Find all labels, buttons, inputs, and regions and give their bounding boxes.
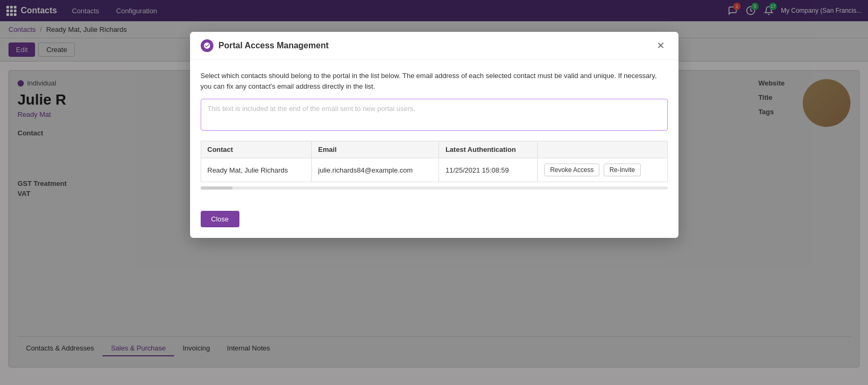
modal-overlay: Portal Access Management ✕ Select which … <box>0 0 868 385</box>
modal-body: Select which contacts should belong to t… <box>190 60 678 204</box>
modal-footer: Close <box>190 204 678 238</box>
col-header-actions <box>538 141 667 158</box>
portal-icon <box>201 39 213 52</box>
table-cell-email: julie.richards84@example.com <box>312 158 439 182</box>
modal-description: Select which contacts should belong to t… <box>201 71 668 91</box>
revoke-access-button[interactable]: Revoke Access <box>544 164 599 176</box>
scrollbar-track <box>201 186 668 190</box>
contacts-table: Contact Email Latest Authentication Read… <box>201 141 668 182</box>
table-cell-contact: Ready Mat, Julie Richards <box>201 158 312 182</box>
close-modal-button[interactable]: Close <box>201 211 239 227</box>
re-invite-button[interactable]: Re-Invite <box>604 164 641 176</box>
modal-title: Portal Access Management <box>219 41 648 50</box>
col-header-contact: Contact <box>201 141 312 158</box>
col-header-email: Email <box>312 141 439 158</box>
modal-dialog: Portal Access Management ✕ Select which … <box>190 32 678 238</box>
email-text-input[interactable] <box>201 99 668 131</box>
col-header-auth: Latest Authentication <box>439 141 538 158</box>
modal-close-button[interactable]: ✕ <box>654 40 668 52</box>
modal-header: Portal Access Management ✕ <box>190 32 678 60</box>
table-row: Ready Mat, Julie Richards julie.richards… <box>201 158 667 182</box>
table-header-row: Contact Email Latest Authentication <box>201 141 667 158</box>
scrollbar-thumb[interactable] <box>201 186 233 190</box>
table-cell-actions: Revoke Access Re-Invite <box>538 158 667 182</box>
table-cell-auth: 11/25/2021 15:08:59 <box>439 158 538 182</box>
